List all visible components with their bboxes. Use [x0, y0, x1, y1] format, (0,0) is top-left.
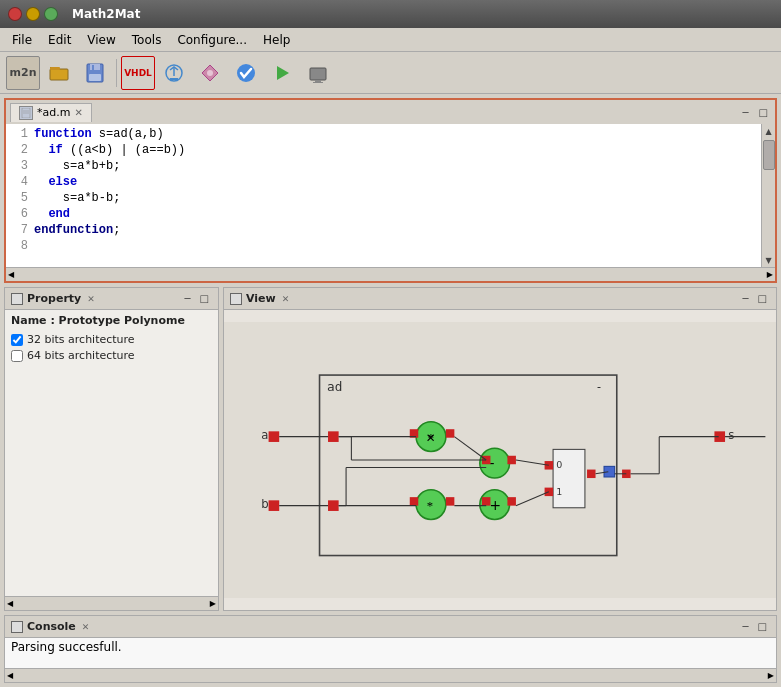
svg-point-10 [207, 70, 213, 76]
scroll-up-arrow[interactable]: ▲ [762, 124, 776, 138]
svg-text:*: * [428, 431, 434, 445]
window-controls[interactable] [8, 7, 58, 21]
svg-text:+: + [489, 497, 501, 513]
svg-rect-2 [50, 67, 60, 70]
code-line-8: 8 [10, 238, 757, 254]
property-panel-title: Property ✕ [11, 292, 95, 305]
svg-rect-46 [507, 497, 515, 505]
property-scrollbar-h[interactable]: ◀ ▶ [5, 596, 218, 610]
m2n-button[interactable]: m2n [6, 56, 40, 90]
svg-marker-12 [277, 66, 289, 80]
console-scroll-left[interactable]: ◀ [7, 671, 13, 680]
console-message: Parsing succesfull. [11, 640, 122, 654]
minimize-button[interactable] [26, 7, 40, 21]
editor-minimize-button[interactable]: ─ [740, 106, 752, 119]
diamond-button[interactable] [193, 56, 227, 90]
property-checkbox-64bit[interactable]: 64 bits architecture [11, 349, 212, 362]
checkbox-32bit[interactable] [11, 334, 23, 346]
prop-scroll-right[interactable]: ▶ [210, 599, 216, 608]
checkbox-64bit-label: 64 bits architecture [27, 349, 135, 362]
property-panel-icon [11, 293, 23, 305]
diagram-svg: ad - a b s ✕ * [224, 310, 776, 610]
editor-maximize-button[interactable]: □ [756, 106, 771, 119]
code-line-6: 6 end [10, 206, 757, 222]
view-maximize-button[interactable]: □ [755, 292, 770, 305]
device-button[interactable] [301, 56, 335, 90]
console-scroll-right[interactable]: ▶ [768, 671, 774, 680]
svg-rect-41 [446, 429, 454, 437]
menu-view[interactable]: View [79, 31, 123, 49]
open-button[interactable] [42, 56, 76, 90]
checkbox-32bit-label: 32 bits architecture [27, 333, 135, 346]
svg-rect-45 [482, 497, 490, 505]
menu-file[interactable]: File [4, 31, 40, 49]
svg-rect-5 [92, 65, 94, 70]
save-button[interactable] [78, 56, 112, 90]
property-panel-label: Property [27, 292, 81, 305]
svg-rect-27 [269, 500, 280, 511]
code-line-4: 4 else [10, 174, 757, 190]
svg-rect-4 [90, 64, 100, 70]
svg-text:s: s [728, 428, 734, 442]
console-panel-controls: ─ □ [740, 620, 770, 633]
svg-text:*: * [427, 499, 433, 513]
menu-edit[interactable]: Edit [40, 31, 79, 49]
property-maximize-button[interactable]: □ [197, 292, 212, 305]
console-panel-label: Console [27, 620, 76, 633]
view-panel-icon [230, 293, 242, 305]
editor-tab[interactable]: *ad.m ✕ [10, 103, 92, 122]
scroll-thumb[interactable] [763, 140, 775, 170]
editor-body[interactable]: 1 function s=ad(a,b) 2 if ((a<b) | (a==b… [6, 124, 761, 267]
view-panel-title: View ✕ [230, 292, 289, 305]
scroll-left-arrow[interactable]: ◀ [8, 270, 14, 279]
editor-scrollbar-v[interactable]: ▲ ▼ [761, 124, 775, 267]
scroll-right-arrow[interactable]: ▶ [767, 270, 773, 279]
maximize-button[interactable] [44, 7, 58, 21]
editor-tab-controls: ─ □ [740, 106, 771, 119]
property-minimize-button[interactable]: ─ [182, 292, 194, 305]
view-content[interactable]: ad - a b s ✕ * [224, 310, 776, 610]
console-panel: Console ✕ ─ □ Parsing succesfull. ◀ ▶ [4, 615, 777, 683]
svg-rect-14 [315, 80, 321, 82]
menu-configure[interactable]: Configure... [169, 31, 255, 49]
import-button[interactable] [157, 56, 191, 90]
editor-tab-close[interactable]: ✕ [74, 107, 82, 118]
console-maximize-button[interactable]: □ [755, 620, 770, 633]
view-minimize-button[interactable]: ─ [740, 292, 752, 305]
view-close-icon[interactable]: ✕ [282, 294, 290, 304]
checkbox-64bit[interactable] [11, 350, 23, 362]
svg-rect-15 [313, 82, 323, 83]
property-close-icon[interactable]: ✕ [87, 294, 95, 304]
editor-tabbar: *ad.m ✕ ─ □ [6, 100, 775, 124]
svg-rect-40 [410, 497, 418, 505]
check-button[interactable] [229, 56, 263, 90]
svg-text:b: b [261, 497, 268, 511]
tab-file-icon [19, 106, 33, 120]
svg-text:0: 0 [556, 459, 562, 470]
titlebar: Math2Mat [0, 0, 781, 28]
menu-tools[interactable]: Tools [124, 31, 170, 49]
console-close-icon[interactable]: ✕ [82, 622, 90, 632]
window-title: Math2Mat [72, 7, 140, 21]
view-panel-label: View [246, 292, 276, 305]
property-checkbox-32bit[interactable]: 32 bits architecture [11, 333, 212, 346]
scroll-down-arrow[interactable]: ▼ [762, 253, 776, 267]
view-panel: View ✕ ─ □ ad - a [223, 287, 777, 611]
property-panel-content: Name : Prototype Polynome 32 bits archit… [5, 310, 218, 596]
svg-text:a: a [261, 428, 268, 442]
svg-rect-29 [328, 500, 339, 511]
editor-tab-label: *ad.m [37, 106, 70, 119]
editor-scrollbar-h[interactable]: ◀ ▶ [6, 267, 775, 281]
console-minimize-button[interactable]: ─ [740, 620, 752, 633]
console-scrollbar-h[interactable]: ◀ ▶ [5, 668, 776, 682]
svg-rect-28 [328, 431, 339, 442]
property-panel-header: Property ✕ ─ □ [5, 288, 218, 310]
svg-rect-1 [50, 69, 68, 80]
menubar: File Edit View Tools Configure... Help [0, 28, 781, 52]
prop-scroll-left[interactable]: ◀ [7, 599, 13, 608]
menu-help[interactable]: Help [255, 31, 298, 49]
run-button[interactable] [265, 56, 299, 90]
vhdl-button[interactable]: VHDL [121, 56, 155, 90]
close-button[interactable] [8, 7, 22, 21]
property-name-label: Name : Prototype Polynome [11, 314, 212, 327]
